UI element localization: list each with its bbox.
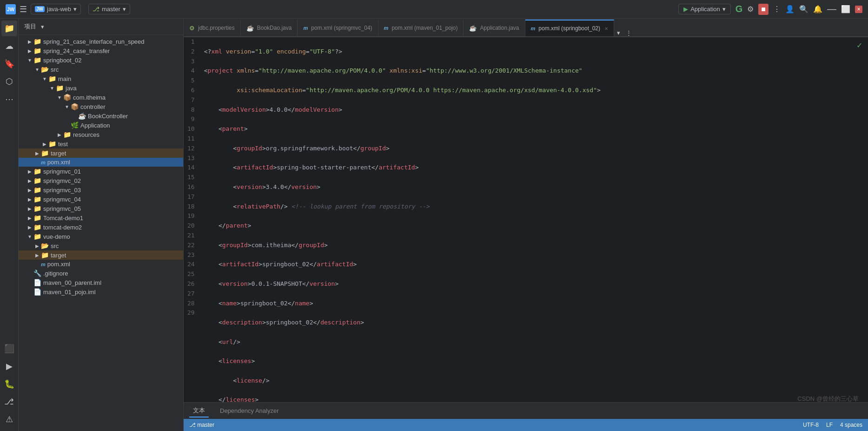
list-item[interactable]: m pom.xml (19, 158, 183, 167)
tab-pom-maven01[interactable]: m pom.xml (maven_01_pojo) (378, 20, 464, 36)
project-selector[interactable]: JW java-web ▾ (31, 4, 81, 14)
file-icon: 🔧 (33, 269, 41, 277)
settings-icon[interactable]: ⚙ (747, 5, 754, 13)
folder-icon: 📁 (41, 251, 49, 259)
package-icon: 📦 (63, 94, 71, 101)
editor-content[interactable]: ✓ 1 2 3 4 5 6 7 8 9 10 11 12 13 14 15 16… (184, 37, 868, 402)
user-icon[interactable]: 👤 (785, 5, 795, 13)
run-config-label: Application (690, 6, 720, 13)
git-branch-status: ⎇ master (189, 422, 214, 428)
tab-close-icon[interactable]: ✕ (604, 26, 608, 31)
list-item[interactable]: ▶ 📁 test (19, 139, 183, 148)
file-icon: 📄 (33, 279, 41, 286)
terminal-icon[interactable]: ⬛ (1, 341, 17, 357)
list-item[interactable]: ▶ 📁 tomcat-demo2 (19, 222, 183, 232)
list-item[interactable]: ▼ 📦 controller (19, 102, 183, 111)
list-item[interactable]: ▶ 📁 spring_21_case_interface_run_speed (19, 37, 183, 46)
tab-jdbc[interactable]: ⚙ jdbc.properties (184, 20, 241, 36)
bottom-tab-text[interactable]: 文本 (189, 404, 209, 418)
problems-icon[interactable]: ⚠ (1, 411, 17, 427)
file-panel-dropdown[interactable]: ▾ (41, 23, 44, 30)
list-item[interactable]: ▶ 📁 spring_24_case_transfer (19, 46, 183, 55)
list-item[interactable]: ▼ 📁 springboot_02 (19, 55, 183, 65)
plugins-icon[interactable]: ⋯ (1, 91, 17, 107)
bottom-tab-dependency[interactable]: Dependency Analyzer (216, 405, 282, 416)
folder-icon: 📁 (33, 168, 41, 175)
list-item[interactable]: ▼ 📂 src (19, 65, 183, 74)
spring-icon: 🌿 (71, 121, 79, 129)
branch-label: master (102, 6, 120, 13)
list-item[interactable]: ▶ 📂 src (19, 241, 183, 250)
run-config-icon: ▶ (683, 6, 688, 13)
folder-icon: 📁 (33, 205, 41, 212)
file-tree: ▶ 📁 spring_21_case_interface_run_speed ▶… (19, 35, 183, 431)
java-icon: ☕ (469, 25, 477, 32)
list-item[interactable]: ▶ 📁 springmvc_04 (19, 195, 183, 204)
tab-application[interactable]: ☕ Application.java (464, 20, 525, 36)
list-item[interactable]: ▼ 📁 main (19, 74, 183, 83)
tab-label: BookDao.java (257, 25, 292, 31)
titlebar: JW ☰ JW java-web ▾ ⎇ master ▾ ▶ Applicat… (0, 0, 868, 19)
tabs-more-button[interactable]: ⋮ (623, 29, 635, 36)
notifications-icon[interactable]: 🔔 (813, 5, 822, 13)
main-layout: 📁 ☁ 🔖 ⬡ ⋯ ⬛ ▶ 🐛 ⎇ ⚠ 项目 ▾ ▶ 📁 spring_21_c… (0, 19, 868, 431)
tab-pom-springboot02[interactable]: m pom.xml (springboot_02) ✕ (525, 20, 615, 36)
bookmarks-icon[interactable]: 🔖 (1, 56, 17, 72)
package-icon: 📦 (71, 103, 79, 110)
list-item[interactable]: 📄 maven_01_pojo.iml (19, 287, 183, 296)
stop-button[interactable]: ■ (758, 4, 769, 15)
project-dropdown-icon: ▾ (73, 6, 77, 13)
java-file-icon: ☕ (78, 112, 86, 120)
minimize-button[interactable]: — (827, 4, 836, 14)
activity-bar: 📁 ☁ 🔖 ⬡ ⋯ ⬛ ▶ 🐛 ⎇ ⚠ (0, 19, 19, 431)
maximize-button[interactable]: ⬜ (841, 5, 850, 13)
list-item[interactable]: ▶ 📁 springmvc_05 (19, 204, 183, 213)
list-item[interactable]: ▶ 📁 springmvc_03 (19, 185, 183, 195)
list-item[interactable]: ☕ BookController (19, 111, 183, 121)
git-icon[interactable]: ⎇ (1, 394, 17, 410)
run-config-selector[interactable]: ▶ Application ▾ (678, 4, 731, 14)
folder-icon: 📁 (41, 149, 49, 157)
list-item[interactable]: 🔧 .gitignore (19, 269, 183, 278)
file-icon: 📄 (33, 288, 41, 296)
list-item[interactable]: ▶ 📁 target (19, 148, 183, 158)
list-item[interactable]: 📄 maven_00_parent.iml (19, 278, 183, 287)
folder-icon: 📁 (63, 131, 71, 138)
grammarly-icon[interactable]: G (735, 4, 743, 14)
list-item[interactable]: ▶ 📁 target (19, 250, 183, 260)
watermark: CSDN @曾经的三心草 (797, 395, 859, 403)
tabs-bar: ⚙ jdbc.properties ☕ BookDao.java m pom.x… (184, 19, 868, 37)
branch-selector[interactable]: ⎇ master ▾ (88, 4, 130, 14)
close-button[interactable]: ✕ (855, 6, 862, 13)
list-item[interactable]: ▶ 📁 Tomcat-demo1 (19, 213, 183, 222)
list-item[interactable]: 🌿 Application (19, 121, 183, 130)
run-icon[interactable]: ▶ (1, 358, 17, 374)
tab-pom-springmvc04[interactable]: m pom.xml (springmvc_04) (298, 20, 378, 36)
project-name-label: java-web (47, 6, 71, 13)
src-folder-icon: 📂 (41, 242, 49, 249)
search-icon[interactable]: 🔍 (799, 5, 808, 13)
structure-icon[interactable]: ⬡ (1, 74, 17, 89)
list-item[interactable]: ▶ 📁 resources (19, 130, 183, 139)
commit-icon[interactable]: ☁ (1, 38, 17, 54)
list-item[interactable]: ▼ 📁 vue-demo (19, 232, 183, 241)
tabs-overflow-button[interactable]: ▾ (614, 29, 623, 36)
debug-icon[interactable]: 🐛 (1, 376, 17, 392)
code-editor[interactable]: <?xml version="1.0" encoding="UTF-8"?> <… (200, 37, 868, 402)
folder-icon: 📁 (33, 233, 41, 240)
expand-icon: ▼ (63, 104, 71, 109)
list-item[interactable]: ▼ 📁 java (19, 83, 183, 93)
list-item[interactable]: ▼ 📦 com.itheima (19, 93, 183, 102)
tab-bookdao[interactable]: ☕ BookDao.java (241, 20, 298, 36)
editor-area: ⚙ jdbc.properties ☕ BookDao.java m pom.x… (184, 19, 868, 431)
project-view-icon[interactable]: 📁 (1, 20, 17, 36)
list-item[interactable]: m pom.xml (19, 260, 183, 269)
expand-icon: ▶ (33, 253, 41, 258)
app-logo: JW (6, 4, 16, 14)
branch-icon: ⎇ (93, 6, 99, 13)
more-icon[interactable]: ⋮ (773, 5, 781, 13)
list-item[interactable]: ▶ 📁 springmvc_01 (19, 167, 183, 176)
expand-icon: ▶ (33, 151, 41, 156)
menu-icon[interactable]: ☰ (20, 4, 27, 14)
list-item[interactable]: ▶ 📁 springmvc_02 (19, 176, 183, 185)
